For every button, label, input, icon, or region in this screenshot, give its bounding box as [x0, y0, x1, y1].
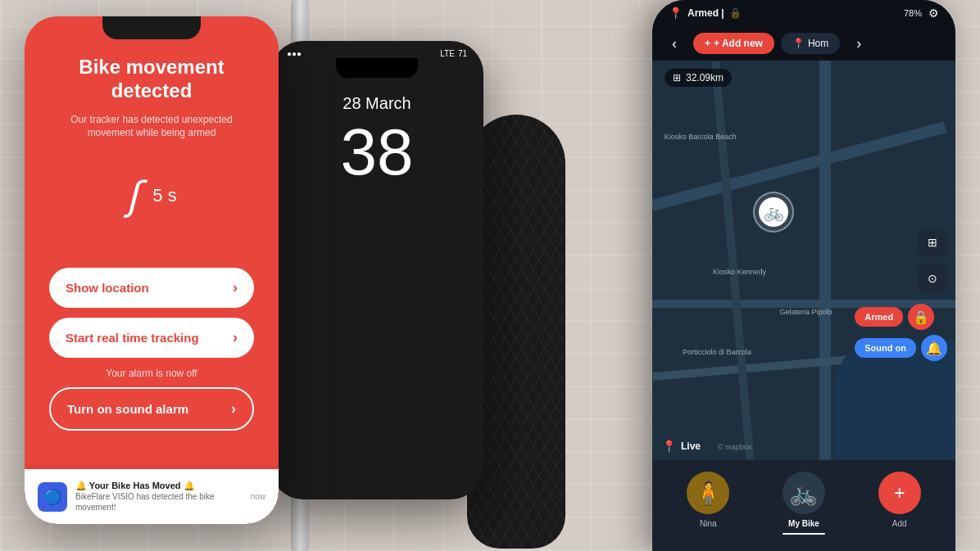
map-label-kiosko-barcola: Kiosko Barcola Beach: [665, 133, 737, 141]
mybike-avatar: 🚲: [783, 472, 825, 514]
add-icon: +: [705, 38, 710, 49]
timer-area: ʃ 5 s: [126, 173, 176, 219]
nina-icon: 🧍: [694, 480, 723, 507]
home-button[interactable]: 📍 Hom: [781, 33, 840, 54]
history-icon: ⊙: [928, 272, 937, 285]
alert-subtitle: Our tracker has detected unexpected move…: [49, 113, 254, 141]
bell-icon: 🔔: [926, 341, 942, 356]
turn-on-alarm-button[interactable]: Turn on sound alarm ›: [49, 387, 254, 431]
timer-text: 5 s: [152, 185, 176, 206]
lock-screen-date: 28 March: [343, 94, 411, 113]
notch-center: [336, 58, 418, 78]
phone-center: ●●● LTE 71 28 March 38: [270, 41, 483, 499]
map-road-2: [819, 61, 831, 459]
add-new-label: + Add new: [714, 38, 763, 49]
tracker-pin-inner: 🚲: [759, 197, 788, 227]
show-location-label: Show location: [66, 281, 149, 295]
sound-icon-circle[interactable]: 🔔: [921, 335, 947, 361]
nina-avatar: 🧍: [687, 472, 729, 514]
turn-on-alarm-arrow-icon: ›: [231, 400, 236, 418]
alert-title: Bike movement detected: [49, 56, 254, 103]
armed-chip-row: Armed 🔒: [855, 304, 947, 330]
add-avatar: +: [878, 472, 921, 514]
real-time-label: Start real time tracking: [66, 331, 199, 345]
network-type: LTE: [440, 49, 455, 58]
battery-percent: 78%: [904, 8, 922, 18]
mybike-underline: [783, 533, 825, 535]
show-location-arrow-icon: ›: [233, 279, 238, 296]
mapbox-text: © mapbox: [718, 443, 751, 451]
sound-chip[interactable]: Sound on: [855, 338, 916, 358]
battery-icon: 71: [458, 49, 467, 58]
armed-status-text: Armed |: [687, 7, 724, 19]
map-layers-button[interactable]: ⊞: [918, 228, 947, 257]
armed-separator-icon: 🔒: [729, 7, 742, 19]
tracker-bike-icon: 🚲: [764, 202, 784, 222]
mybike-icon: 🚲: [789, 480, 818, 507]
add-bike-name: Add: [892, 519, 907, 528]
live-label: Live: [681, 440, 701, 452]
nina-underline: [687, 533, 729, 535]
notch-left: [102, 16, 201, 39]
notification-app-icon: 🔵: [38, 482, 67, 512]
real-time-arrow-icon: ›: [233, 329, 238, 346]
map-status-bar: 📍 Armed | 🔒 78% ⚙: [652, 0, 955, 26]
settings-icon[interactable]: ⚙: [928, 7, 939, 20]
location-icon: 📍: [792, 38, 805, 49]
nav-left-arrow-icon[interactable]: ‹: [662, 35, 687, 52]
mapbox-credit: © mapbox: [718, 438, 751, 453]
tracker-pin[interactable]: 🚲: [753, 192, 794, 233]
home-label: Hom: [808, 38, 828, 49]
notification-text: 🔔 Your Bike Has Moved 🔔 BikeFlare VISIO …: [75, 481, 243, 513]
notification-body: BikeFlare VISIO has detected the bike mo…: [75, 491, 243, 513]
alert-content: Bike movement detected Our tracker has d…: [25, 39, 279, 513]
real-time-tracking-button[interactable]: Start real time tracking ›: [49, 318, 254, 358]
lock-screen-time: 38: [341, 120, 414, 185]
notification-bar: 🔵 🔔 Your Bike Has Moved 🔔 BikeFlare VISI…: [25, 469, 279, 524]
map-label-porticciolo: Porticciolo di Barcola: [683, 348, 751, 356]
add-underline: [878, 533, 921, 535]
alarm-status-text: Your alarm is now off: [106, 368, 197, 379]
map-status-left: 📍 Armed | 🔒: [669, 7, 742, 20]
notification-title: 🔔 Your Bike Has Moved 🔔: [75, 481, 243, 491]
lock-right-status: LTE 71: [440, 49, 467, 58]
turn-on-alarm-label: Turn on sound alarm: [67, 402, 188, 416]
sound-chip-row: Sound on 🔔: [855, 335, 947, 361]
add-bike-icon: +: [894, 481, 905, 504]
armed-chip[interactable]: Armed: [855, 307, 903, 327]
timer-icon: ʃ: [126, 173, 139, 219]
map-side-controls: ⊞ ⊙: [918, 228, 947, 293]
distance-value: 32.09km: [686, 72, 724, 84]
mybike-name: My Bike: [788, 519, 819, 528]
lock-status-bar: ●●● LTE 71: [270, 41, 483, 58]
map-nav-bar: ‹ + + Add new 📍 Hom ›: [652, 26, 955, 61]
nina-name: Nina: [700, 519, 717, 528]
signal-icon: ●●●: [287, 49, 302, 58]
distance-badge: ⊞ 32.09km: [665, 69, 732, 87]
live-pin-icon: 📍: [662, 440, 676, 453]
odometer-icon: ⊞: [673, 72, 681, 84]
bike-item-add[interactable]: + Add: [878, 472, 921, 535]
map-label-kiosko-kennedy: Kiosko Kennedy: [713, 268, 766, 276]
phone-left: Bike movement detected Our tracker has d…: [25, 16, 279, 524]
bike-selector: 🧍 Nina 🚲 My Bike + Add: [652, 459, 955, 551]
bike-item-nina[interactable]: 🧍 Nina: [687, 472, 729, 535]
add-new-button[interactable]: + + Add new: [693, 33, 774, 54]
show-location-button[interactable]: Show location ›: [49, 268, 254, 308]
map-status-chips: Armed 🔒 Sound on 🔔: [855, 304, 947, 361]
live-indicator: 📍 Live: [662, 440, 701, 453]
armed-lock-icon[interactable]: 🔒: [908, 304, 934, 330]
map-area[interactable]: Kiosko Barcola Beach Kiosko Kennedy Gela…: [652, 61, 955, 459]
layers-icon: ⊞: [928, 236, 937, 249]
map-label-gelateria: Gelateria Pipolo: [779, 308, 832, 316]
map-status-right: 78% ⚙: [904, 7, 939, 20]
map-history-button[interactable]: ⊙: [918, 264, 947, 293]
notification-time: now: [251, 492, 265, 501]
map-pin-icon: 📍: [669, 7, 683, 20]
nav-right-arrow-icon[interactable]: ›: [846, 35, 871, 52]
tracker-pin-circle: 🚲: [753, 192, 794, 233]
phone-right: 📍 Armed | 🔒 78% ⚙ ‹ + + Add new 📍 Hom › …: [652, 0, 955, 551]
bike-item-mybike[interactable]: 🚲 My Bike: [783, 472, 825, 535]
lock-icon: 🔒: [913, 309, 929, 325]
